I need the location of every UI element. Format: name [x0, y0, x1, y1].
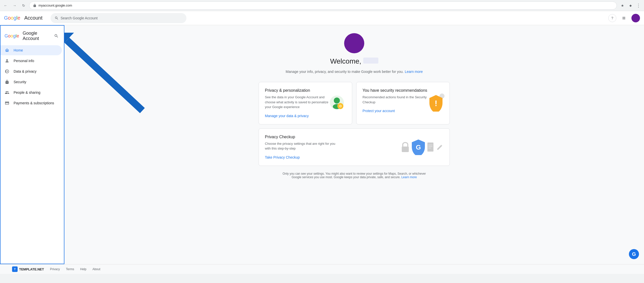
footer-link-privacy[interactable]: Privacy: [50, 267, 60, 271]
sidebar-item-security-label: Security: [14, 80, 26, 84]
home-icon: [5, 48, 10, 53]
svg-text:!: !: [435, 99, 437, 108]
chrome-bar: ← → ↻ myaccount.google.com ★ ◆ ⋮: [0, 0, 644, 11]
bottom-g-icon: G: [629, 249, 639, 259]
sidebar-item-home-label: Home: [14, 48, 23, 52]
sidebar-item-personal-info[interactable]: Personal info: [1, 56, 62, 66]
security-illustration: !: [428, 95, 444, 112]
card-privacy-desc: See the data in your Google Account and …: [265, 95, 335, 110]
welcome-name: [363, 58, 378, 64]
svg-rect-8: [402, 147, 409, 152]
card-security-desc: Recommended actions found in the Securit…: [363, 95, 433, 105]
footer-logo-text: TEMPLATE.NET: [19, 267, 44, 271]
user-avatar-large[interactable]: [344, 33, 364, 53]
footer-logo: T TEMPLATE.NET: [12, 266, 44, 272]
header-title: Account: [24, 15, 43, 21]
sidebar-item-security[interactable]: Security: [1, 77, 62, 87]
google-logo: Google: [4, 15, 20, 21]
refresh-button[interactable]: ↻: [20, 2, 27, 9]
welcome-section: Welcome, Manage your info, privacy, and …: [76, 33, 632, 74]
sidebar-google-logo: Google: [5, 33, 19, 39]
address-text: myaccount.google.com: [38, 4, 72, 7]
privacy-illustration: ⚙: [328, 93, 346, 113]
footer-link-terms[interactable]: Terms: [66, 267, 74, 271]
sidebar-item-people-sharing-label: People & sharing: [14, 90, 41, 95]
card-security-link[interactable]: Protect your account: [363, 109, 395, 113]
bottom-text: Only you can see your settings. You migh…: [279, 172, 430, 179]
card-security-title: You have security recommendations: [363, 88, 444, 93]
sidebar-search-button[interactable]: [53, 32, 60, 40]
sidebar-item-personal-info-label: Personal info: [14, 59, 34, 63]
card-checkup-link[interactable]: Take Privacy Checkup: [265, 155, 300, 159]
card-checkup-desc: Choose the privacy settings that are rig…: [265, 141, 335, 151]
svg-point-3: [334, 98, 340, 104]
lock-icon: [5, 79, 10, 84]
cards-grid: Privacy & personalization See the data i…: [259, 82, 450, 166]
back-button[interactable]: ←: [2, 2, 9, 9]
help-button[interactable]: ?: [608, 14, 616, 22]
user-avatar[interactable]: [631, 14, 640, 22]
sidebar-title: Google Account: [23, 31, 50, 41]
lock-icon: [33, 4, 36, 7]
sidebar: Google Google Account Home: [0, 25, 64, 264]
chrome-actions: ★ ◆ ⋮: [619, 2, 642, 9]
page-header: Google Account Search Google Account ?: [0, 11, 644, 25]
bottom-learn-more[interactable]: Learn more: [401, 175, 417, 179]
search-placeholder: Search Google Account: [61, 16, 98, 20]
card-checkup-title: Privacy Checkup: [265, 135, 444, 139]
person-icon: [5, 58, 10, 63]
apps-button[interactable]: [620, 15, 627, 22]
welcome-text: Welcome,: [330, 57, 378, 65]
card-privacy-link[interactable]: Manage your data & privacy: [265, 114, 309, 118]
sidebar-item-people-sharing[interactable]: People & sharing: [1, 87, 62, 98]
svg-text:G: G: [416, 144, 421, 151]
sidebar-header: Google Google Account: [1, 28, 64, 44]
sidebar-item-data-privacy-label: Data & privacy: [14, 69, 36, 73]
learn-more-link[interactable]: Learn more: [405, 70, 423, 74]
card-privacy-title: Privacy & personalization: [265, 88, 346, 93]
chrome-menu-button[interactable]: ⋮: [635, 2, 642, 9]
payment-icon: [5, 101, 10, 106]
card-privacy-checkup: Privacy Checkup Choose the privacy setti…: [259, 128, 450, 166]
checkup-illustration: G: [401, 139, 444, 155]
main-content: Welcome, Manage your info, privacy, and …: [64, 25, 644, 264]
forward-button[interactable]: →: [11, 2, 18, 9]
sidebar-item-home[interactable]: Home: [1, 45, 62, 55]
page-body: Google Google Account Home: [0, 25, 644, 264]
svg-rect-10: [427, 143, 433, 152]
card-security: You have security recommendations Recomm…: [356, 82, 450, 124]
page-wrapper: Google Account Search Google Account ?: [0, 11, 644, 274]
bookmark-button[interactable]: ★: [619, 2, 626, 9]
footer-link-about[interactable]: About: [92, 267, 100, 271]
card-privacy-personalization: Privacy & personalization See the data i…: [259, 82, 352, 124]
search-icon: [55, 16, 59, 20]
sidebar-item-payments-label: Payments & subscriptions: [14, 101, 54, 105]
privacy-icon: [5, 69, 10, 74]
footer-logo-box: T: [12, 266, 18, 272]
svg-text:⚙: ⚙: [339, 104, 342, 108]
sidebar-item-data-privacy[interactable]: Data & privacy: [1, 66, 62, 76]
address-bar[interactable]: myaccount.google.com: [29, 2, 617, 10]
search-bar[interactable]: Search Google Account: [51, 13, 186, 23]
people-icon: [5, 90, 10, 95]
sidebar-nav: Home Personal info Data &: [1, 44, 64, 110]
welcome-subtitle: Manage your info, privacy, and security …: [286, 69, 423, 74]
extensions-button[interactable]: ◆: [627, 2, 634, 9]
sidebar-item-payments[interactable]: Payments & subscriptions: [1, 98, 62, 108]
header-right: ?: [608, 14, 640, 22]
page-footer: T TEMPLATE.NET Privacy Terms Help About: [0, 264, 644, 274]
footer-link-help[interactable]: Help: [80, 267, 87, 271]
